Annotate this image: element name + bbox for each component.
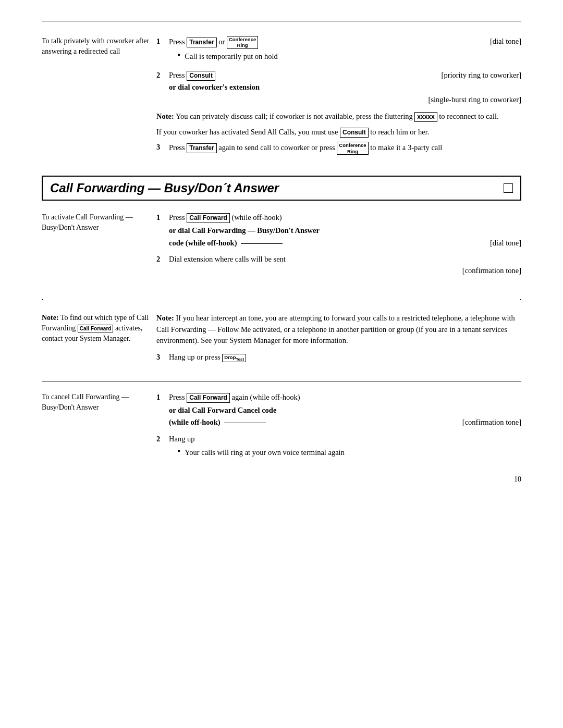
section-cancel-forwarding: To cancel Call Forwarding — Busy/Don't A… — [42, 392, 521, 466]
section-header-title: Call Forwarding — Busy/Don´t Answer — [50, 181, 279, 195]
note1-bold: Note: — [156, 112, 174, 120]
note-step-num-3: 3 — [156, 352, 165, 363]
cancel-step-num-2: 2 — [156, 434, 165, 445]
step-3: 3 Press Transfer again to send call to c… — [156, 142, 521, 155]
note1: Note: You can privately discuss call; if… — [156, 111, 521, 122]
blank-line-1 — [241, 243, 283, 244]
cancel-step2-text: Hang up — [169, 434, 521, 445]
note2: If your coworker has activated Send All … — [156, 127, 521, 138]
section3-left: To cancel Call Forwarding — Busy/Don't A… — [42, 392, 156, 466]
dot-left: • — [42, 298, 43, 302]
activate-step1-content: Press Call Forward (while off-hook) or d… — [169, 212, 521, 249]
cancel-step2-content: Hang up • Your calls will ring at your o… — [169, 434, 521, 461]
drop-test-key: DropTest — [222, 354, 246, 362]
step1-content: Press Transfer or ConferenceRing [dial t… — [169, 36, 521, 65]
right-note-bold: Note: — [156, 314, 174, 322]
note-section-right: Note: If you hear intercept an tone, you… — [156, 313, 521, 368]
cancel-step1-content: Press Call Forward again (while off-hook… — [169, 392, 521, 428]
step1-bullet-text: Call is temporarily put on hold — [185, 51, 277, 63]
dot-right: • — [520, 298, 521, 302]
activate-step2-text: Dial extension where calls will be sent — [169, 255, 286, 263]
left-note-text: Note: To find out which type of Call For… — [42, 313, 151, 344]
cancel-step-num-1: 1 — [156, 392, 165, 403]
section2-left: To activate Call Forwarding — Busy/Don't… — [42, 212, 156, 282]
activate-step-2: 2 Dial extension where calls will be sen… — [156, 254, 521, 277]
cancel-step2-bullet-text: Your calls will ring at your own voice t… — [185, 447, 345, 459]
consult-key-2: Consult — [340, 128, 369, 138]
conference-ring-key: ConferenceRing — [227, 36, 258, 49]
call-forward-key-note: Call Forward — [78, 325, 114, 332]
step2-bold-line: or dial coworker's extension — [169, 82, 521, 93]
step1-bullet: • Call is temporarily put on hold — [177, 51, 521, 63]
dots-row: • • — [42, 298, 521, 302]
activate-step-num-1: 1 — [156, 212, 165, 224]
section1-right: 1 Press Transfer or ConferenceRing [dial… — [156, 36, 521, 160]
step-num-1: 1 — [156, 36, 165, 47]
transfer-key-2: Transfer — [187, 143, 216, 153]
page-number: 10 — [42, 475, 521, 484]
bottom-rule — [42, 381, 521, 381]
cancel-step1-line3: (while off-hook) [confirmation tone] — [169, 417, 521, 428]
section-activate-forwarding: To activate Call Forwarding — Busy/Don't… — [42, 212, 521, 282]
step1-text: Press Transfer or ConferenceRing — [169, 38, 258, 46]
step2-tone: [priority ring to coworker] — [442, 70, 521, 81]
cancel-step-1: 1 Press Call Forward again (while off-ho… — [156, 392, 521, 428]
section-talk-privately: To talk privately with coworker after an… — [42, 36, 521, 160]
step3-content: Press Transfer again to send call to cow… — [169, 142, 521, 155]
activate-step2-tone: [confirmation tone] — [169, 265, 521, 277]
step-num-2: 2 — [156, 70, 165, 81]
blank-line-2 — [224, 423, 266, 423]
cancel-step2-bullet: • Your calls will ring at your own voice… — [177, 447, 521, 459]
activate-step1-line1: Press Call Forward (while off-hook) — [169, 212, 521, 224]
left-note-bold: Note: — [42, 314, 59, 322]
step2-text: Press Consult — [169, 71, 215, 79]
section1-left: To talk privately with coworker after an… — [42, 36, 156, 160]
section-header-call-forwarding: Call Forwarding — Busy/Don´t Answer — [42, 176, 521, 201]
header-checkbox — [504, 183, 513, 193]
note-section: Note: To find out which type of Call For… — [42, 313, 521, 368]
cancel-step1-bold2: (while off-hook) — [169, 418, 221, 426]
step2-content: Press Consult [priority ring to coworker… — [169, 70, 521, 106]
activate-step-num-2: 2 — [156, 254, 165, 265]
activate-step-1: 1 Press Call Forward (while off-hook) or… — [156, 212, 521, 249]
section2-right: 1 Press Call Forward (while off-hook) or… — [156, 212, 521, 282]
top-rule — [42, 21, 521, 21]
step-1: 1 Press Transfer or ConferenceRing [dial… — [156, 36, 521, 65]
cancel-step-2: 2 Hang up • Your calls will ring at your… — [156, 434, 521, 461]
cancel-step1-tone: [confirmation tone] — [462, 417, 521, 428]
cancel-step1-bold1: or dial Call Forward Cancel code — [169, 405, 521, 416]
cancel-step1-line1: Press Call Forward again (while off-hook… — [169, 392, 521, 403]
note-step-3: 3 Hang up or press DropTest — [156, 352, 521, 363]
step-num-3: 3 — [156, 142, 165, 153]
call-forward-key-cancel: Call Forward — [187, 393, 230, 403]
activate-step2-content: Dial extension where calls will be sent … — [169, 254, 521, 277]
activate-step1-bold2: code (while off-hook) — [169, 239, 237, 247]
consult-key: Consult — [187, 71, 215, 81]
activate-step1-line3: code (while off-hook) [dial tone] — [169, 238, 521, 249]
note-step3-content: Hang up or press DropTest — [169, 352, 521, 363]
activate-step1-tone: [dial tone] — [490, 238, 521, 249]
step2-sub-bracket: [single-burst ring to coworker] — [169, 94, 521, 106]
note-section-left: Note: To find out which type of Call For… — [42, 313, 156, 368]
transfer-key: Transfer — [187, 38, 216, 47]
right-note-text: Note: If you hear intercept an tone, you… — [156, 313, 521, 347]
call-forward-key: Call Forward — [187, 213, 230, 223]
bullet-dot: • — [177, 51, 180, 61]
xxxxx-key: xxxxx — [414, 112, 437, 122]
section3-right: 1 Press Call Forward again (while off-ho… — [156, 392, 521, 466]
step-2: 2 Press Consult [priority ring to cowork… — [156, 70, 521, 106]
activate-step1-bold1: or dial Call Forwarding — Busy/Don't Ans… — [169, 225, 521, 237]
step1-tone: [dial tone] — [490, 36, 521, 47]
cancel-bullet-dot: • — [177, 447, 180, 457]
conference-ring-key-2: ConferenceRing — [337, 142, 368, 155]
